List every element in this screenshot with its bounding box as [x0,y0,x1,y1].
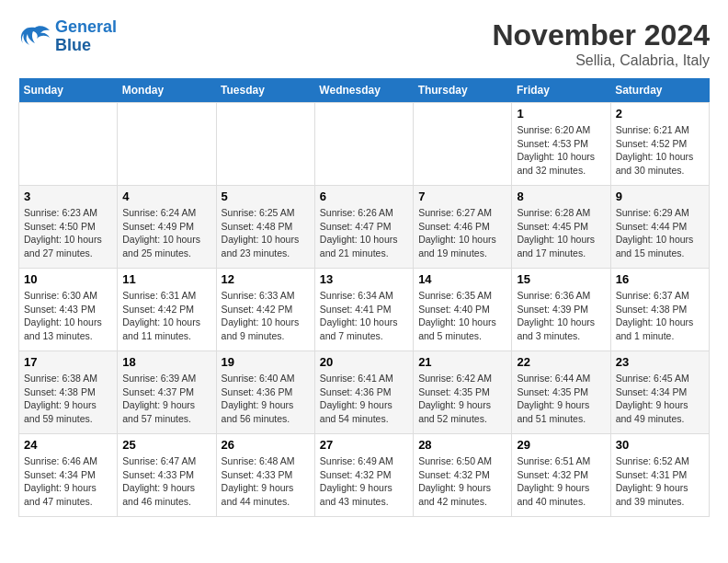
day-info: Sunrise: 6:30 AMSunset: 4:43 PMDaylight:… [24,289,112,343]
calendar-cell: 19Sunrise: 6:40 AMSunset: 4:36 PMDayligh… [216,351,314,434]
day-number: 15 [517,272,605,286]
calendar-week-row: 1Sunrise: 6:20 AMSunset: 4:53 PMDaylight… [19,103,710,186]
day-number: 16 [616,272,704,286]
calendar-table: SundayMondayTuesdayWednesdayThursdayFrid… [18,78,710,517]
calendar-week-row: 17Sunrise: 6:38 AMSunset: 4:38 PMDayligh… [19,351,710,434]
title-section: November 2024 Sellia, Calabria, Italy [492,18,710,69]
day-number: 8 [517,190,605,203]
day-info: Sunrise: 6:25 AMSunset: 4:48 PMDaylight:… [222,206,310,260]
calendar-cell: 27Sunrise: 6:49 AMSunset: 4:32 PMDayligh… [314,434,413,517]
calendar-cell: 30Sunrise: 6:52 AMSunset: 4:31 PMDayligh… [610,434,709,517]
day-number: 28 [418,438,506,452]
day-info: Sunrise: 6:51 AMSunset: 4:32 PMDaylight:… [517,454,605,509]
day-info: Sunrise: 6:44 AMSunset: 4:35 PMDaylight:… [517,372,605,426]
day-info: Sunrise: 6:45 AMSunset: 4:34 PMDaylight:… [616,372,704,426]
day-number: 29 [517,438,605,452]
day-number: 25 [122,438,210,452]
logo: General Blue [18,18,117,55]
day-info: Sunrise: 6:52 AMSunset: 4:31 PMDaylight:… [616,454,704,509]
day-info: Sunrise: 6:26 AMSunset: 4:47 PMDaylight:… [320,206,408,260]
day-number: 1 [517,107,605,121]
calendar-cell: 28Sunrise: 6:50 AMSunset: 4:32 PMDayligh… [414,434,512,517]
day-info: Sunrise: 6:47 AMSunset: 4:33 PMDaylight:… [122,454,210,509]
day-info: Sunrise: 6:29 AMSunset: 4:44 PMDaylight:… [616,206,704,260]
day-info: Sunrise: 6:35 AMSunset: 4:40 PMDaylight:… [418,289,506,343]
day-number: 26 [222,438,310,452]
day-number: 9 [616,190,704,203]
day-info: Sunrise: 6:39 AMSunset: 4:37 PMDaylight:… [122,372,210,426]
day-header-tuesday: Tuesday [216,78,314,103]
day-info: Sunrise: 6:36 AMSunset: 4:39 PMDaylight:… [517,289,605,343]
day-number: 20 [320,355,408,369]
calendar-cell: 21Sunrise: 6:42 AMSunset: 4:35 PMDayligh… [414,351,512,434]
day-number: 4 [122,190,210,203]
calendar-cell: 10Sunrise: 6:30 AMSunset: 4:43 PMDayligh… [19,269,118,351]
calendar-cell: 20Sunrise: 6:41 AMSunset: 4:36 PMDayligh… [314,351,413,434]
calendar-header-row: SundayMondayTuesdayWednesdayThursdayFrid… [19,78,710,103]
calendar-cell: 25Sunrise: 6:47 AMSunset: 4:33 PMDayligh… [118,434,216,517]
day-header-sunday: Sunday [19,78,118,103]
day-number: 27 [320,438,408,452]
calendar-cell: 13Sunrise: 6:34 AMSunset: 4:41 PMDayligh… [314,269,413,351]
day-number: 13 [320,272,408,286]
calendar-cell: 6Sunrise: 6:26 AMSunset: 4:47 PMDaylight… [314,186,413,269]
day-header-monday: Monday [118,78,216,103]
day-info: Sunrise: 6:28 AMSunset: 4:45 PMDaylight:… [517,206,605,260]
day-number: 23 [616,355,704,369]
calendar-cell: 24Sunrise: 6:46 AMSunset: 4:34 PMDayligh… [19,434,118,517]
month-title: November 2024 [492,18,710,52]
day-info: Sunrise: 6:20 AMSunset: 4:53 PMDaylight:… [517,123,605,178]
calendar-cell: 11Sunrise: 6:31 AMSunset: 4:42 PMDayligh… [118,269,216,351]
day-header-friday: Friday [512,78,610,103]
calendar-cell: 12Sunrise: 6:33 AMSunset: 4:42 PMDayligh… [216,269,314,351]
calendar-cell: 15Sunrise: 6:36 AMSunset: 4:39 PMDayligh… [512,269,610,351]
calendar-cell: 18Sunrise: 6:39 AMSunset: 4:37 PMDayligh… [118,351,216,434]
day-number: 30 [616,438,704,452]
day-info: Sunrise: 6:49 AMSunset: 4:32 PMDaylight:… [320,454,408,509]
calendar-cell: 7Sunrise: 6:27 AMSunset: 4:46 PMDaylight… [414,186,512,269]
day-info: Sunrise: 6:33 AMSunset: 4:42 PMDaylight:… [222,289,310,343]
calendar-cell: 22Sunrise: 6:44 AMSunset: 4:35 PMDayligh… [512,351,610,434]
calendar-week-row: 24Sunrise: 6:46 AMSunset: 4:34 PMDayligh… [19,434,710,517]
day-info: Sunrise: 6:40 AMSunset: 4:36 PMDaylight:… [222,372,310,426]
day-number: 10 [24,272,112,286]
calendar-cell [19,103,118,186]
calendar-cell: 26Sunrise: 6:48 AMSunset: 4:33 PMDayligh… [216,434,314,517]
day-info: Sunrise: 6:24 AMSunset: 4:49 PMDaylight:… [122,206,210,260]
calendar-cell [414,103,512,186]
day-number: 6 [320,190,408,203]
day-number: 22 [517,355,605,369]
calendar-week-row: 10Sunrise: 6:30 AMSunset: 4:43 PMDayligh… [19,269,710,351]
day-number: 7 [418,190,506,203]
logo-icon [18,23,51,51]
calendar-cell: 16Sunrise: 6:37 AMSunset: 4:38 PMDayligh… [610,269,709,351]
calendar-cell [314,103,413,186]
day-number: 14 [418,272,506,286]
calendar-cell: 29Sunrise: 6:51 AMSunset: 4:32 PMDayligh… [512,434,610,517]
day-header-thursday: Thursday [414,78,512,103]
location: Sellia, Calabria, Italy [492,52,710,69]
day-number: 12 [222,272,310,286]
calendar-cell: 9Sunrise: 6:29 AMSunset: 4:44 PMDaylight… [610,186,709,269]
day-info: Sunrise: 6:42 AMSunset: 4:35 PMDaylight:… [418,372,506,426]
day-info: Sunrise: 6:38 AMSunset: 4:38 PMDaylight:… [24,372,112,426]
day-number: 21 [418,355,506,369]
day-number: 18 [122,355,210,369]
day-info: Sunrise: 6:21 AMSunset: 4:52 PMDaylight:… [616,123,704,178]
calendar-cell: 8Sunrise: 6:28 AMSunset: 4:45 PMDaylight… [512,186,610,269]
calendar-cell [216,103,314,186]
day-info: Sunrise: 6:23 AMSunset: 4:50 PMDaylight:… [24,206,112,260]
day-number: 2 [616,107,704,121]
page-header: General Blue November 2024 Sellia, Calab… [18,18,710,69]
day-info: Sunrise: 6:46 AMSunset: 4:34 PMDaylight:… [24,454,112,509]
day-info: Sunrise: 6:50 AMSunset: 4:32 PMDaylight:… [418,454,506,509]
day-number: 5 [222,190,310,203]
calendar-cell: 23Sunrise: 6:45 AMSunset: 4:34 PMDayligh… [610,351,709,434]
calendar-cell: 5Sunrise: 6:25 AMSunset: 4:48 PMDaylight… [216,186,314,269]
day-header-saturday: Saturday [610,78,709,103]
day-info: Sunrise: 6:27 AMSunset: 4:46 PMDaylight:… [418,206,506,260]
calendar-cell: 1Sunrise: 6:20 AMSunset: 4:53 PMDaylight… [512,103,610,186]
day-number: 3 [24,190,112,203]
day-info: Sunrise: 6:37 AMSunset: 4:38 PMDaylight:… [616,289,704,343]
calendar-week-row: 3Sunrise: 6:23 AMSunset: 4:50 PMDaylight… [19,186,710,269]
